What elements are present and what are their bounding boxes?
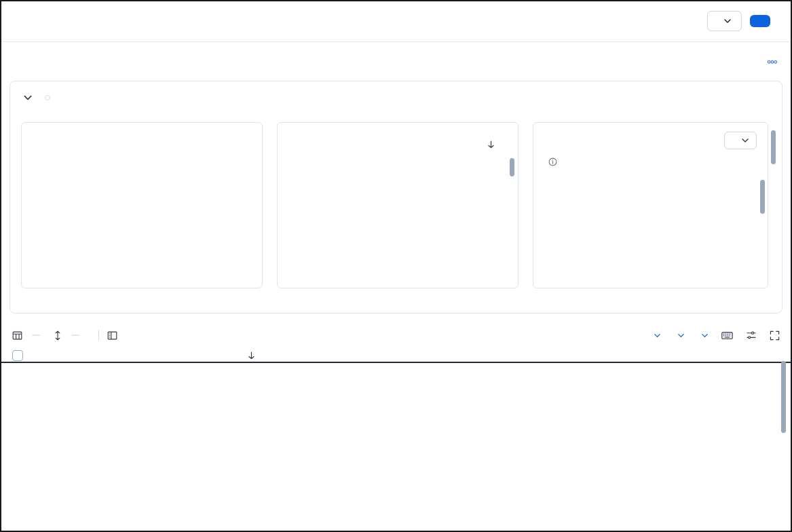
sort-desc-icon (248, 352, 255, 360)
manage-rules-button[interactable] (750, 15, 770, 27)
select-all-checkbox[interactable] (12, 350, 23, 361)
sort-fields-button[interactable] (54, 330, 79, 341)
section-scrollbar[interactable] (771, 130, 776, 164)
inspect-controls-icon[interactable] (746, 330, 757, 341)
table-header-row (1, 349, 791, 363)
additional-filters-dropdown[interactable] (674, 332, 685, 339)
chevron-down-icon (701, 332, 709, 339)
top-alerts-panel (533, 122, 768, 288)
collapse-section-icon[interactable] (21, 91, 35, 104)
grid-view-dropdown[interactable] (650, 332, 661, 339)
summary-section (10, 81, 782, 314)
fields-button[interactable] (107, 330, 122, 341)
filter-bar (1, 42, 791, 66)
group-alerts-by-dropdown[interactable] (698, 332, 709, 339)
chevron-down-icon (677, 332, 685, 339)
chevron-down-icon (723, 17, 732, 25)
top-alerts-field-select[interactable] (724, 132, 757, 149)
chevron-down-icon (654, 332, 661, 339)
assignees-button[interactable] (707, 11, 742, 31)
fullscreen-icon[interactable] (770, 330, 780, 341)
alerts-by-name-panel (277, 122, 518, 288)
keyboard-shortcuts-icon[interactable] (721, 330, 733, 341)
page-header (1, 1, 791, 31)
summary-view-tabs (45, 95, 50, 100)
fields-icon (107, 330, 117, 341)
table-scrollbar[interactable] (781, 361, 786, 433)
panel-scrollbar[interactable] (510, 158, 514, 176)
columns-button[interactable] (12, 330, 40, 341)
columns-icon (12, 330, 22, 341)
panel-scrollbar[interactable] (760, 180, 765, 214)
alerts-page (0, 0, 792, 532)
table-toolbar (1, 326, 791, 344)
info-icon[interactable] (548, 157, 557, 166)
sort-desc-icon (487, 140, 495, 149)
sort-icon (54, 330, 62, 341)
more-filters-icon[interactable] (765, 58, 780, 66)
severity-donut-chart[interactable] (158, 148, 251, 241)
alerts-table (1, 349, 791, 363)
columns-count-badge (32, 335, 40, 336)
severity-levels-panel (21, 122, 263, 288)
chevron-down-icon (741, 136, 749, 145)
timestamp-column-header[interactable] (140, 352, 263, 360)
sort-count-badge (71, 335, 79, 336)
